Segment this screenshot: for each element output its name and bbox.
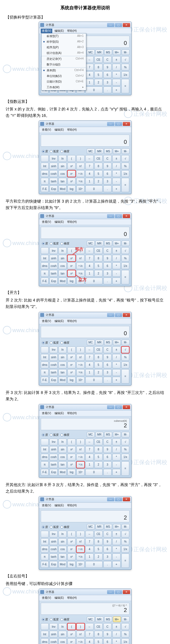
key-CE[interactable]: CE	[94, 623, 103, 630]
radio-deg[interactable]: 度	[42, 618, 48, 622]
menu-option[interactable]: 标准型(T)Alt+1	[42, 33, 86, 39]
key-[interactable]: )	[76, 155, 85, 162]
key-[interactable]: /	[112, 255, 121, 262]
key-0[interactable]: 0	[85, 185, 103, 192]
key-x[interactable]: ³√x	[76, 178, 85, 185]
key-ln[interactable]: ln	[58, 439, 67, 445]
key-0[interactable]: 0	[85, 561, 103, 568]
key-6[interactable]: 6	[103, 638, 112, 644]
key-sinh[interactable]: sinh	[49, 538, 58, 545]
key-Exp[interactable]: Exp	[49, 278, 58, 284]
key-Inv[interactable]: Inv	[49, 439, 58, 445]
key-[interactable]: )	[76, 623, 85, 630]
key-4[interactable]: 4	[85, 638, 94, 644]
minimize-button[interactable]: —	[107, 405, 114, 409]
key-8[interactable]: 8	[94, 538, 103, 545]
key-[interactable]: (	[67, 346, 76, 353]
key-1[interactable]: 1	[85, 178, 94, 185]
radio-grad[interactable]: 梯度	[60, 525, 69, 529]
key-tanh[interactable]: tanh	[49, 369, 58, 376]
key-CE[interactable]: CE	[94, 531, 103, 538]
key-Exp[interactable]: Exp	[49, 469, 58, 476]
key-C[interactable]: C	[103, 56, 112, 63]
key-[interactable]: =	[121, 554, 130, 568]
key-2[interactable]: 2	[94, 554, 103, 560]
key-1x[interactable]: 1/x	[121, 546, 130, 553]
key-log[interactable]: log	[67, 561, 76, 568]
mem-mc[interactable]: MC	[87, 524, 95, 530]
key-8[interactable]: 8	[94, 446, 103, 453]
key-6[interactable]: 6	[103, 170, 112, 177]
menu-option[interactable]: 统计信息(A)Alt+4	[42, 50, 86, 56]
key-[interactable]: /	[112, 538, 121, 545]
key-[interactable]: *	[112, 262, 121, 269]
key-1x[interactable]: 1/x	[121, 170, 130, 177]
mem-mminus[interactable]: M-	[122, 616, 130, 622]
key-x[interactable]: ʸ√x	[76, 638, 85, 644]
key-FE[interactable]: F-E	[41, 561, 49, 568]
key-1[interactable]: 1	[85, 270, 94, 277]
key-n[interactable]: n!	[76, 446, 85, 453]
mem-mminus[interactable]: M-	[122, 241, 130, 246]
menu-item[interactable]: 编辑(E)	[53, 128, 65, 132]
key-[interactable]: √	[121, 346, 130, 353]
key-Inv[interactable]: Inv	[49, 155, 58, 162]
key-x[interactable]: ʸ√x	[76, 262, 85, 269]
key-9[interactable]: 9	[103, 354, 112, 361]
key-[interactable]: .	[103, 278, 112, 284]
key-0[interactable]: 0	[85, 87, 103, 93]
key-7[interactable]: 7	[85, 446, 94, 453]
key-Int[interactable]: Int	[41, 538, 49, 545]
key-7[interactable]: 7	[85, 255, 94, 262]
key-log[interactable]: log	[67, 278, 76, 284]
key-[interactable]: +	[112, 377, 121, 384]
maximize-button[interactable]: ▢	[115, 405, 122, 409]
key-[interactable]: .	[103, 377, 112, 384]
key-[interactable]: /	[112, 64, 121, 71]
key-1[interactable]: 1	[85, 554, 94, 560]
key-5[interactable]: 5	[94, 454, 103, 461]
key-10[interactable]: 10ˣ	[76, 278, 85, 284]
key-Int[interactable]: Int	[41, 446, 49, 453]
key-Inv[interactable]: Inv	[49, 623, 58, 630]
key-x[interactable]: xʸ	[67, 362, 76, 368]
key-cosh[interactable]: cosh	[49, 262, 58, 269]
key-Mod[interactable]: Mod	[58, 561, 67, 568]
key-[interactable]: +	[112, 469, 121, 476]
key-4[interactable]: 4	[85, 362, 94, 368]
key-[interactable]: ←	[85, 346, 94, 353]
key-tan[interactable]: tan	[58, 461, 67, 468]
key-8[interactable]: 8	[94, 163, 103, 169]
close-button[interactable]: ✕	[123, 122, 130, 126]
key-n[interactable]: n!	[76, 255, 85, 262]
key-x[interactable]: ʸ√x	[76, 454, 85, 461]
key-Mod[interactable]: Mod	[58, 377, 67, 384]
key-n[interactable]: n!	[76, 354, 85, 361]
key-6[interactable]: 6	[103, 454, 112, 461]
key-log[interactable]: log	[67, 469, 76, 476]
key-cosh[interactable]: cosh	[49, 362, 58, 368]
key-sin[interactable]: sin	[58, 354, 67, 361]
key-Int[interactable]: Int	[41, 631, 49, 638]
key-[interactable]: π	[41, 461, 49, 468]
key-4[interactable]: 4	[85, 454, 94, 461]
menu-item[interactable]: 帮助(H)	[66, 411, 78, 416]
mem-mc[interactable]: MC	[87, 49, 95, 55]
key-[interactable]: *	[112, 71, 121, 78]
key-7[interactable]: 7	[85, 631, 94, 638]
radio-deg[interactable]: 度	[42, 433, 48, 437]
radio-rad[interactable]: 弧度	[50, 341, 59, 345]
mem-mc[interactable]: MC	[87, 241, 95, 246]
key-sinh[interactable]: sinh	[49, 255, 58, 262]
key-x[interactable]: xʸ	[67, 262, 76, 269]
key-6[interactable]: 6	[103, 71, 112, 78]
key-[interactable]: *	[112, 362, 121, 368]
mem-mplus[interactable]: M+	[113, 148, 121, 154]
mem-mr[interactable]: MR	[96, 49, 103, 55]
menu-option[interactable]: 日期计算(D)Ctrl+E	[42, 79, 86, 85]
key-7[interactable]: 7	[85, 538, 94, 545]
key-[interactable]: /	[112, 354, 121, 361]
key-Exp[interactable]: Exp	[49, 185, 58, 192]
key-1x[interactable]: 1/x	[121, 71, 130, 78]
key-1x[interactable]: 1/x	[121, 454, 130, 461]
